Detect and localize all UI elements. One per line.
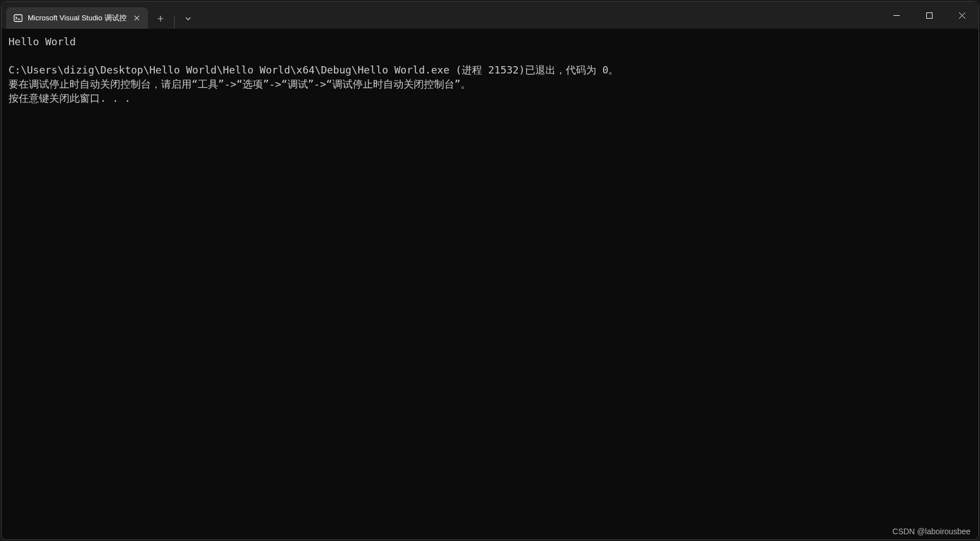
svg-rect-3 [926,12,932,18]
console-line: 要在调试停止时自动关闭控制台，请启用“工具”->“选项”->“调试”->“调试停… [8,78,471,90]
console-output[interactable]: Hello World C:\Users\dizig\Desktop\Hello… [2,29,978,539]
tab-dropdown-button[interactable] [178,8,198,29]
terminal-window: Microsoft Visual Studio 调试控 [1,1,979,540]
svg-rect-0 [14,15,22,21]
tab-active[interactable]: Microsoft Visual Studio 调试控 [6,7,148,29]
window-controls [880,2,978,29]
close-button[interactable] [946,2,978,29]
tab-divider [174,16,175,29]
titlebar[interactable]: Microsoft Visual Studio 调试控 [2,2,978,29]
maximize-button[interactable] [913,2,946,29]
tab-close-button[interactable] [131,12,142,24]
watermark-text: CSDN @laboirousbee [892,527,970,536]
minimize-button[interactable] [880,2,913,29]
new-tab-button[interactable] [150,8,171,29]
console-line: Hello World [8,36,76,47]
console-line: C:\Users\dizig\Desktop\Hello World\Hello… [8,64,618,76]
tab-title: Microsoft Visual Studio 调试控 [28,13,127,23]
console-line: 按任意键关闭此窗口. . . [8,92,131,104]
console-icon [13,13,23,23]
tab-strip: Microsoft Visual Studio 调试控 [2,2,880,29]
